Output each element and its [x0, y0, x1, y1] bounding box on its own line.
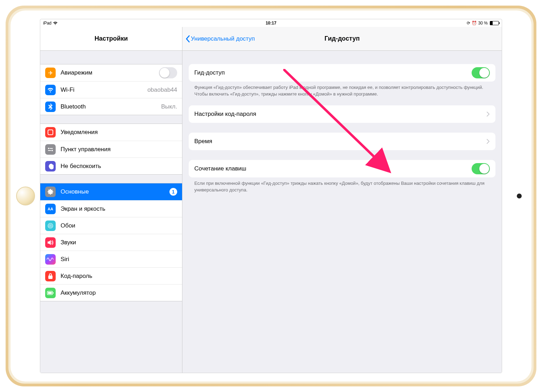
row-guided-access[interactable]: Гид-доступ	[189, 64, 495, 82]
sidebar-item-dnd[interactable]: Не беспокоить	[40, 158, 182, 174]
sidebar-item-wifi[interactable]: Wi-Fi obaobab44	[40, 81, 182, 98]
row-label: Настройки код-пароля	[194, 111, 486, 118]
row-label: Основные	[61, 188, 165, 195]
keyboard-shortcut-toggle[interactable]	[472, 163, 490, 174]
wifi-settings-icon	[45, 85, 56, 95]
airplane-icon: ✈	[45, 68, 56, 78]
clock: 10:17	[266, 21, 277, 26]
footer-text-1: Функция «Гид-доступ» обеспечивает работу…	[182, 82, 502, 105]
sidebar-item-airplane[interactable]: ✈ Авиарежим	[40, 64, 182, 81]
sidebar-item-passcode[interactable]: Код-пароль	[40, 267, 182, 284]
orientation-lock-icon: ⟳	[467, 21, 470, 26]
row-label: Wi-Fi	[61, 86, 143, 93]
camera-dot	[517, 194, 522, 198]
row-label: Пункт управления	[61, 146, 177, 153]
sidebar-item-control-center[interactable]: Пункт управления	[40, 141, 182, 158]
dnd-icon	[45, 161, 56, 172]
row-label: Экран и яркость	[61, 205, 177, 212]
sidebar-item-sounds[interactable]: Звуки	[40, 234, 182, 251]
sidebar-item-display[interactable]: AA Экран и яркость	[40, 200, 182, 217]
row-label: Не беспокоить	[61, 163, 177, 170]
row-passcode-settings[interactable]: Настройки код-пароля	[189, 105, 495, 123]
row-keyboard-shortcut[interactable]: Сочетание клавиш	[189, 160, 495, 177]
battery-text: 30 %	[478, 21, 488, 26]
row-label: Время	[194, 138, 486, 145]
status-bar: iPad 10:17 ⟳ ⏰ 30 %	[40, 19, 502, 27]
battery-settings-icon	[45, 288, 56, 298]
row-label: Авиарежим	[61, 69, 154, 76]
bluetooth-icon	[45, 102, 56, 112]
gear-icon	[45, 187, 56, 197]
detail-pane: Универсальный доступ Гид-доступ Гид-дост…	[182, 27, 502, 373]
guided-access-toggle[interactable]	[472, 67, 490, 78]
home-button[interactable]	[16, 187, 35, 205]
row-label: Звуки	[61, 239, 177, 246]
svg-rect-7	[48, 275, 53, 279]
screen: iPad 10:17 ⟳ ⏰ 30 % Настройки	[40, 19, 502, 373]
row-time-limits[interactable]: Время	[189, 133, 495, 150]
row-label: Аккумулятор	[61, 289, 177, 296]
svg-rect-1	[50, 148, 53, 149]
sidebar-item-siri[interactable]: Siri	[40, 251, 182, 267]
wallpaper-icon	[45, 220, 56, 231]
sounds-icon	[45, 237, 56, 248]
wifi-icon	[53, 21, 58, 25]
svg-rect-10	[48, 292, 52, 294]
chevron-right-icon	[486, 111, 490, 117]
svg-rect-3	[48, 150, 51, 151]
row-label: Код-пароль	[61, 273, 177, 280]
sidebar-item-wallpaper[interactable]: Обои	[40, 217, 182, 234]
passcode-icon	[45, 271, 56, 281]
notifications-icon	[45, 127, 56, 138]
airplane-toggle[interactable]	[159, 67, 177, 78]
chevron-right-icon	[486, 139, 490, 144]
row-label: Bluetooth	[61, 103, 156, 110]
wifi-value: obaobab44	[147, 86, 177, 93]
chevron-left-icon	[185, 35, 190, 43]
alarm-icon: ⏰	[472, 21, 477, 26]
display-icon: AA	[45, 204, 56, 214]
siri-icon	[45, 254, 56, 265]
svg-rect-9	[53, 292, 54, 294]
device-label: iPad	[43, 21, 51, 26]
bluetooth-value: Выкл.	[161, 103, 177, 110]
sidebar-header: Настройки	[40, 27, 182, 51]
row-label: Сочетание клавиш	[194, 165, 472, 172]
back-button[interactable]: Универсальный доступ	[182, 35, 255, 43]
svg-point-6	[50, 225, 51, 226]
detail-title: Гид-доступ	[325, 35, 360, 42]
general-badge: 1	[169, 188, 177, 196]
footer-text-2: Если при включенной функции «Гид-доступ»…	[182, 177, 502, 201]
battery-icon	[490, 21, 499, 25]
row-label: Уведомления	[61, 129, 177, 136]
svg-point-0	[48, 148, 49, 149]
sidebar-title: Настройки	[95, 35, 128, 42]
sidebar-item-battery[interactable]: Аккумулятор	[40, 284, 182, 301]
svg-point-2	[51, 150, 53, 151]
back-label: Универсальный доступ	[191, 35, 255, 42]
sidebar-item-general[interactable]: Основные 1	[40, 183, 182, 200]
sidebar-item-notifications[interactable]: Уведомления	[40, 124, 182, 141]
detail-header: Универсальный доступ Гид-доступ	[182, 27, 502, 51]
row-label: Обои	[61, 222, 177, 229]
row-label: Siri	[61, 256, 177, 263]
row-label: Гид-доступ	[194, 69, 472, 76]
sidebar-item-bluetooth[interactable]: Bluetooth Выкл.	[40, 98, 182, 115]
settings-sidebar: Настройки ✈ Авиарежим	[40, 27, 182, 373]
control-center-icon	[45, 144, 56, 155]
